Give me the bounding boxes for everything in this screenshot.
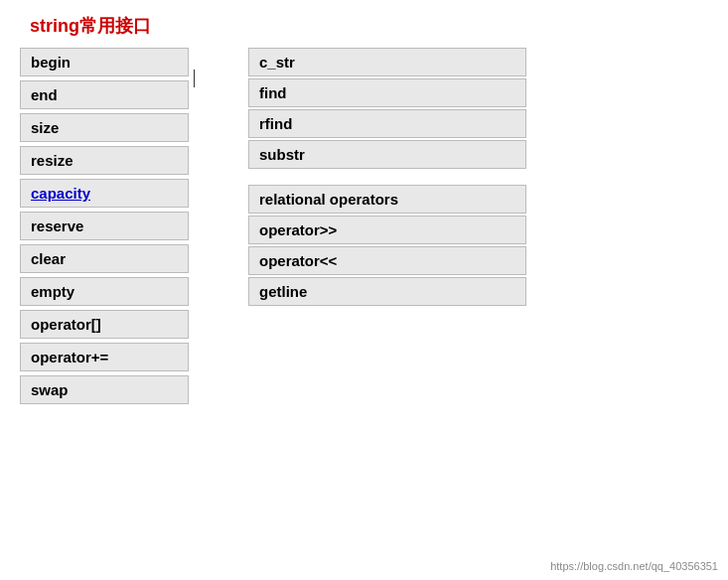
left-api-item[interactable]: operator+=: [20, 343, 189, 371]
right-api-item[interactable]: rfind: [248, 109, 526, 138]
right-api-item[interactable]: operator<<: [248, 246, 526, 275]
right-api-item[interactable]: c_str: [248, 48, 526, 76]
left-api-item[interactable]: reserve: [20, 212, 189, 240]
left-api-item[interactable]: swap: [20, 375, 189, 404]
left-api-item[interactable]: resize: [20, 146, 189, 175]
left-api-item[interactable]: size: [20, 113, 189, 142]
right-api-item[interactable]: getline: [248, 277, 526, 306]
left-api-item[interactable]: end: [20, 80, 189, 109]
page-title: string常用接口: [0, 0, 728, 48]
right-api-item[interactable]: relational operators: [248, 185, 526, 214]
left-api-item[interactable]: operator[]: [20, 310, 189, 339]
right-api-item[interactable]: find: [248, 78, 526, 107]
left-api-item[interactable]: begin: [20, 48, 189, 76]
left-column: beginendsizeresizecapacityreserveclearem…: [20, 48, 189, 406]
watermark: https://blog.csdn.net/qq_40356351: [550, 560, 718, 572]
left-api-item[interactable]: clear: [20, 244, 189, 273]
right-api-group: relational operatorsoperator>>operator<<…: [248, 185, 526, 308]
right-column: c_strfindrfindsubstrrelational operators…: [248, 48, 526, 406]
right-api-item[interactable]: operator>>: [248, 216, 526, 244]
right-api-group: c_strfindrfindsubstr: [248, 48, 526, 171]
content-area: beginendsizeresizecapacityreserveclearem…: [0, 48, 728, 406]
right-api-item[interactable]: substr: [248, 140, 526, 169]
text-cursor: [194, 70, 195, 87]
left-api-item[interactable]: capacity: [20, 179, 189, 208]
left-api-item[interactable]: empty: [20, 277, 189, 306]
